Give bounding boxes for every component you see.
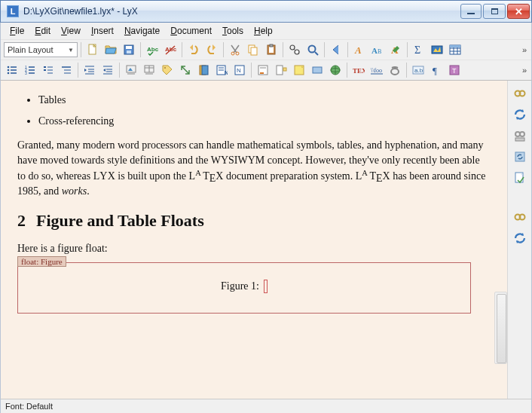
svg-text:B: B	[378, 48, 381, 55]
label-icon[interactable]	[159, 62, 176, 78]
menubar: File Edit View Insert Navigate Document …	[0, 23, 532, 39]
list-desc-icon[interactable]	[58, 62, 75, 78]
save-file-icon[interactable]	[121, 41, 137, 58]
nomenclature-icon[interactable]: N	[231, 62, 248, 78]
minimize-button[interactable]	[460, 4, 482, 19]
menu-document[interactable]: Document	[166, 24, 216, 38]
float-table-icon[interactable]	[141, 62, 157, 78]
noun-icon[interactable]: AB	[369, 41, 386, 58]
math-icon[interactable]: Σ	[411, 41, 427, 58]
figure-float[interactable]: float: Figure Figure 1:	[17, 262, 471, 314]
menu-tools[interactable]: Tools	[218, 24, 248, 38]
maximize-button[interactable]	[483, 4, 506, 19]
find-replace-icon[interactable]	[286, 41, 303, 58]
menu-navigate[interactable]: Navigate	[120, 24, 164, 38]
right-toolbar	[507, 81, 531, 399]
caption-label: Figure 1:	[221, 280, 259, 292]
svg-text:A: A	[354, 44, 362, 56]
hyperlink-icon[interactable]	[327, 62, 344, 78]
vertical-scrollbar[interactable]	[494, 292, 507, 364]
emphasize-icon[interactable]: A	[351, 41, 368, 58]
svg-rect-101	[515, 138, 524, 141]
margin-note-icon[interactable]	[273, 62, 289, 78]
new-file-icon[interactable]	[84, 41, 101, 58]
footnote-icon[interactable]	[255, 62, 271, 78]
list-bullet-icon[interactable]	[4, 62, 20, 78]
cross-ref-icon[interactable]	[177, 62, 194, 78]
toolbar2-overflow-icon[interactable]: »	[522, 66, 528, 75]
toolbar-extra: 123 N N TEX \\foo a.b ¶ T »	[1, 60, 531, 80]
paragraph-icon[interactable]: ¶	[428, 62, 445, 78]
view2-icon[interactable]	[512, 209, 528, 225]
box-icon[interactable]	[309, 62, 326, 78]
menu-file[interactable]: File	[5, 24, 29, 38]
output-sync-icon[interactable]	[512, 170, 528, 186]
paste-icon[interactable]	[263, 41, 280, 58]
svg-text:Σ: Σ	[414, 44, 420, 56]
copy-icon[interactable]	[245, 41, 261, 58]
document-area[interactable]: Tables Cross-referencing Granted, many m…	[1, 81, 507, 399]
layout-combo[interactable]: Plain Layout ▼	[4, 42, 78, 57]
svg-text:TEX: TEX	[353, 67, 365, 75]
svg-point-19	[309, 46, 316, 53]
paragraph: Here is a figure float:	[17, 241, 491, 256]
svg-marker-63	[128, 68, 133, 71]
text-style-icon[interactable]: a.b	[410, 62, 427, 78]
note-icon[interactable]	[291, 62, 307, 78]
thesaurus-icon[interactable]: T	[446, 62, 463, 78]
svg-rect-82	[283, 68, 286, 71]
list-term-icon[interactable]	[40, 62, 57, 78]
float-figure-icon[interactable]	[123, 62, 139, 78]
app-icon: L	[7, 5, 19, 17]
apply-style-icon[interactable]: A	[387, 41, 404, 58]
svg-line-20	[315, 52, 318, 55]
status-text: Font: Default	[5, 402, 53, 411]
toolbar-overflow-icon[interactable]: »	[522, 45, 528, 54]
master-refresh-icon[interactable]	[512, 148, 528, 165]
svg-text:a.b: a.b	[414, 67, 423, 74]
open-file-icon[interactable]	[102, 41, 119, 58]
list-number-icon[interactable]: 123	[22, 62, 38, 78]
master-view-icon[interactable]	[512, 127, 528, 144]
svg-rect-84	[313, 67, 322, 73]
insert-graphics-icon[interactable]	[429, 41, 445, 58]
spellcheck-icon[interactable]: Abc	[144, 41, 161, 58]
chevron-down-icon: ▼	[68, 47, 74, 54]
refresh2-icon[interactable]	[512, 230, 528, 246]
indent-decrease-icon[interactable]	[99, 62, 116, 78]
spellcheck-off-icon[interactable]: Abc	[162, 41, 179, 58]
cut-icon[interactable]	[227, 41, 243, 58]
toolbars: Plain Layout ▼ Abc Abc A AB A Σ » 123	[0, 39, 532, 81]
menu-view[interactable]: View	[57, 24, 85, 38]
menu-edit[interactable]: Edit	[30, 24, 55, 38]
undo-icon[interactable]	[185, 41, 202, 58]
tex-icon[interactable]: TEX	[350, 62, 367, 78]
titlebar: L D:\LyXGit\newfile1.lyx* - LyX ✕	[0, 0, 532, 23]
refresh-icon[interactable]	[512, 106, 528, 123]
statusbar: Font: Default	[0, 399, 532, 413]
view-icon[interactable]	[512, 85, 528, 102]
insert-table-icon[interactable]	[447, 41, 463, 58]
math-macro-icon[interactable]: \\foo	[368, 62, 385, 78]
section-heading: 2Figure and Table Floats	[17, 211, 491, 231]
scroll-thumb[interactable]	[497, 294, 506, 363]
include-file-icon[interactable]	[387, 62, 403, 78]
nav-back-icon[interactable]	[328, 41, 344, 58]
svg-text:¶: ¶	[433, 65, 437, 76]
menu-help[interactable]: Help	[249, 24, 277, 38]
indent-increase-icon[interactable]	[81, 62, 98, 78]
figure-caption[interactable]: Figure 1:	[221, 280, 268, 293]
svg-text:N: N	[237, 67, 241, 74]
paragraph: Granted, many modern word processors can…	[17, 138, 491, 199]
menu-insert[interactable]: Insert	[87, 24, 118, 38]
svg-rect-81	[277, 66, 283, 75]
close-button[interactable]: ✕	[507, 4, 530, 19]
svg-rect-71	[202, 66, 208, 75]
svg-text:\\foo: \\foo	[371, 67, 382, 74]
find-icon[interactable]	[304, 41, 321, 58]
citation-icon[interactable]	[195, 62, 212, 78]
svg-text:T: T	[452, 67, 457, 75]
svg-point-35	[8, 69, 10, 72]
redo-icon[interactable]	[203, 41, 220, 58]
index-icon[interactable]: N	[213, 62, 230, 78]
